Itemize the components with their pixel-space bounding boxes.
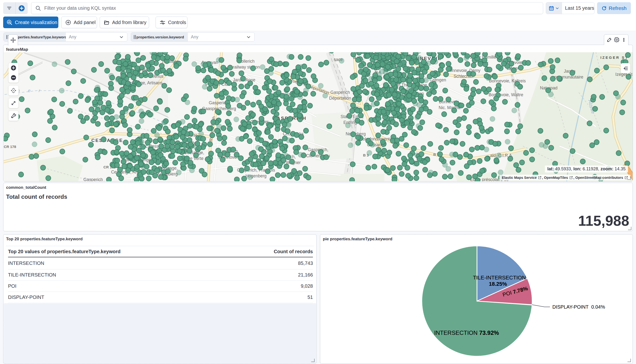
svg-text:INTERSECTION 73.92%: INTERSECTION 73.92% [434, 330, 499, 336]
svg-text:DISPLAY-POINT 0.04%: DISPLAY-POINT 0.04% [552, 304, 605, 310]
svg-text:Déportation: Déportation [329, 96, 351, 100]
svg-text:IZEGER ST: IZEGER ST [600, 56, 628, 60]
svg-text:Gasperich: Gasperich [83, 177, 103, 181]
svg-text:TILE-INTERSECTION: TILE-INTERSECTION [473, 274, 526, 281]
svg-text:n e r: n e r [17, 88, 44, 93]
svg-text:CR 178: CR 178 [4, 144, 16, 149]
svg-text:18.25%: 18.25% [489, 281, 507, 287]
svg-text:Bonnevoie, Waltre: Bonnevoie, Waltre [489, 92, 523, 97]
svg-text:Gasperich: Gasperich [330, 90, 350, 95]
svg-text:Gasperich,: Gasperich, [308, 147, 328, 152]
